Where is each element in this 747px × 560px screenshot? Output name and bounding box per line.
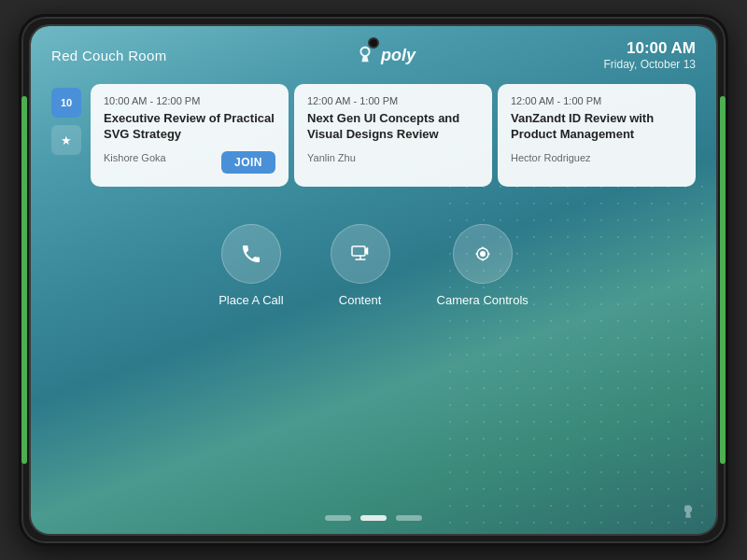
meeting-card-1[interactable]: 10:00 AM - 12:00 PM Executive Review of … xyxy=(91,84,289,187)
meeting-time-1: 10:00 AM - 12:00 PM xyxy=(104,95,275,106)
meeting-organizer-2: Yanlin Zhu xyxy=(307,152,479,163)
nav-dot-3[interactable] xyxy=(396,515,422,521)
screen-frame: Red Couch Room poly 10:00 AM Friday, Oct… xyxy=(29,24,718,536)
nav-dot-1[interactable] xyxy=(325,515,351,521)
poly-footer-icon xyxy=(679,502,698,521)
place-a-call-button[interactable]: Place A Call xyxy=(218,224,283,307)
poly-footer-logo xyxy=(679,502,698,525)
content-icon xyxy=(349,243,372,265)
meeting-title-2: Next Gen UI Concepts and Visual Designs … xyxy=(307,111,479,143)
poly-logo: poly xyxy=(355,45,416,65)
content-label: Content xyxy=(339,293,382,307)
sidebar-icons: 10 ★ xyxy=(51,84,81,187)
place-a-call-circle xyxy=(221,224,281,284)
screen: Red Couch Room poly 10:00 AM Friday, Oct… xyxy=(31,26,716,534)
bottom-navigation xyxy=(325,515,422,521)
camera xyxy=(368,37,379,49)
star-icon: ★ xyxy=(61,133,72,147)
camera-controls-button[interactable]: Camera Controls xyxy=(437,224,529,307)
meeting-organizer-3: Hector Rodriguez xyxy=(511,152,683,163)
device-frame: Red Couch Room poly 10:00 AM Friday, Oct… xyxy=(19,14,728,546)
calendar-day: 10 xyxy=(61,97,72,108)
green-accent-left xyxy=(21,96,27,465)
calendar-icon-btn[interactable]: 10 xyxy=(51,88,81,118)
favorites-icon-btn[interactable]: ★ xyxy=(51,125,81,155)
actions-area: Place A Call Content xyxy=(31,187,716,326)
camera-move-icon xyxy=(472,243,494,265)
camera-controls-label: Camera Controls xyxy=(437,293,529,307)
poly-text: poly xyxy=(381,46,416,65)
content-circle xyxy=(331,224,390,284)
content-button[interactable]: Content xyxy=(331,224,390,307)
meeting-card-2[interactable]: 12:00 AM - 1:00 PM Next Gen UI Concepts … xyxy=(294,84,492,187)
cards-area: 10 ★ 10:00 AM - 12:00 PM Executive Revie… xyxy=(31,80,716,187)
meeting-title-3: VanZandt ID Review with Product Manageme… xyxy=(511,111,683,143)
svg-point-1 xyxy=(480,251,486,257)
meeting-title-1: Executive Review of Practical SVG Strate… xyxy=(104,111,275,143)
green-accent-right xyxy=(720,96,726,465)
join-button-1[interactable]: JOIN xyxy=(221,151,275,174)
meeting-time-2: 12:00 AM - 1:00 PM xyxy=(307,95,479,106)
room-name: Red Couch Room xyxy=(51,48,166,63)
header: Red Couch Room poly 10:00 AM Friday, Oct… xyxy=(31,26,716,80)
svg-rect-0 xyxy=(352,246,365,256)
datetime: 10:00 AM Friday, October 13 xyxy=(604,39,696,71)
meeting-time-3: 12:00 AM - 1:00 PM xyxy=(511,95,683,106)
phone-icon xyxy=(240,243,262,265)
current-time: 10:00 AM xyxy=(604,39,696,58)
camera-controls-circle xyxy=(453,224,513,284)
nav-dot-2[interactable] xyxy=(360,515,387,521)
current-date: Friday, October 13 xyxy=(604,58,696,71)
meeting-card-3[interactable]: 12:00 AM - 1:00 PM VanZandt ID Review wi… xyxy=(498,84,696,187)
place-a-call-label: Place A Call xyxy=(218,293,283,307)
